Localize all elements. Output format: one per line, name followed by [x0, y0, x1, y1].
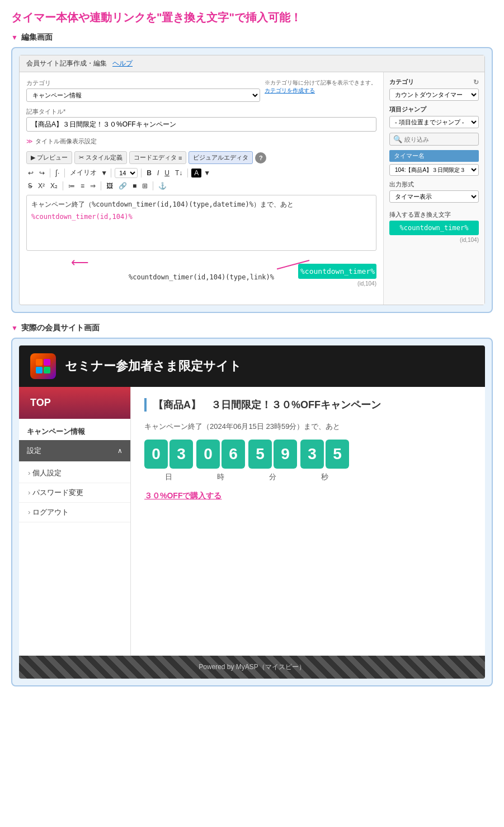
insert-label: 挿入する置き換え文字 — [389, 211, 479, 219]
redo-btn[interactable]: ↪ — [37, 169, 46, 177]
category-row: カテゴリ キャンペーン情報 ※カテゴリ毎に分けて記事を表示できます。 カテゴリを… — [26, 79, 376, 102]
category-select-wrap: カテゴリ キャンペーン情報 — [26, 79, 260, 102]
editor-content-area[interactable]: キャンペーン終了（%countdown_timer(id,104)(type,d… — [26, 195, 376, 251]
italic-btn[interactable]: I — [156, 169, 161, 177]
underline-btn[interactable]: U — [163, 169, 171, 177]
fmt-sep-6 — [63, 181, 63, 190]
top-btn[interactable]: TOP — [19, 387, 130, 419]
sidebar-jump-label: 項目ジャンプ — [389, 105, 479, 114]
nav-logout[interactable]: ログアウト — [19, 503, 130, 522]
color-btn[interactable]: A — [191, 169, 201, 177]
pink-arrow-icon: ⟵ — [71, 255, 89, 270]
image-btn[interactable]: 🖼 — [105, 181, 115, 190]
main-title: タイマー本体や連動リンクを"置き換え文字"で挿入可能！ — [11, 10, 493, 25]
footer-text: Powered by MyASP（マイスピー） — [199, 663, 305, 671]
fmt-sep-8 — [153, 181, 153, 190]
font-size-select[interactable]: 14 — [115, 168, 138, 178]
visual-editor-btn[interactable]: ビジュアルエディタ — [189, 151, 253, 164]
ol-btn[interactable]: ≡ — [79, 181, 86, 190]
nav-personal-settings[interactable]: 個人設定 — [19, 464, 130, 483]
insert-callout-btn[interactable]: %countdown_timer% — [298, 264, 376, 279]
typo-btn[interactable]: T↓ — [173, 169, 184, 177]
svg-rect-3 — [44, 367, 50, 373]
content-line-2: %countdown_timer(id,104)% — [31, 213, 371, 221]
media-btn[interactable]: ■ — [131, 181, 138, 190]
settings-nav[interactable]: 設定 ∧ — [19, 440, 130, 461]
article-title-display: 【商品A】 ３日間限定！３０%OFFキャンペーン — [144, 398, 472, 412]
days-digits: 0 3 — [144, 440, 193, 469]
indent-btn[interactable]: ⇒ — [88, 181, 97, 190]
strikethrough-btn[interactable]: S̶ — [26, 181, 34, 190]
ul-btn[interactable]: ≔ — [67, 181, 77, 190]
countdown-display: 0 3 日 0 6 時 — [144, 440, 472, 482]
fmt-sep-1 — [50, 169, 50, 177]
preview-btn[interactable]: ▶ プレビュー — [26, 151, 72, 164]
category-label: カテゴリ — [26, 79, 260, 87]
subscript-btn[interactable]: X₂ — [49, 181, 59, 190]
editor-header-title: 会員サイト記事作成・編集 — [26, 59, 107, 68]
editor-header-bar: 会員サイト記事作成・編集 ヘルプ — [20, 55, 484, 72]
editor-right-sidebar: カテゴリ ↻ カウントダウンタイマー 項目ジャンプ - 項目位置までジャンプ -… — [384, 72, 484, 305]
font-btn[interactable]: メイリオ — [68, 167, 98, 178]
category-hint: ※カテゴリ毎に分けて記事を表示できます。 カテゴリを作成する — [265, 79, 376, 95]
nav-password-change[interactable]: パスワード変更 — [19, 483, 130, 503]
special-char-btn[interactable]: ʃ· — [54, 169, 61, 177]
sidebar-jump-select[interactable]: - 項目位置までジャンプ - — [389, 116, 479, 128]
timer-select[interactable]: 104:【商品A】３日間限定３０%（ — [389, 164, 479, 176]
actual-site-panel: セミナー参加者さま限定サイト TOP キャンペーン情報 設定 ∧ 個人設定 パス… — [11, 338, 493, 686]
actual-site-section-header: ▼ 実際の会員サイト画面 — [11, 323, 493, 333]
countdown-unit-minutes: 5 9 分 — [248, 440, 297, 482]
seconds-digits: 3 5 — [300, 440, 349, 469]
editor-content-wrapper: キャンペーン終了（%countdown_timer(id,104)(type,d… — [26, 195, 376, 298]
hours-digits: 0 6 — [196, 440, 245, 469]
editor-inner: 会員サイト記事作成・編集 ヘルプ カテゴリ キャンペーン情報 ※カテゴリ毎に分け… — [19, 55, 485, 305]
editor-section-header: ▼ 編集画面 — [11, 32, 493, 43]
anchor-btn[interactable]: ⚓ — [157, 181, 168, 190]
site-nav: TOP キャンペーン情報 設定 ∧ 個人設定 パスワード変更 ログアウト — [19, 387, 131, 656]
seconds-digit-1: 3 — [300, 440, 324, 469]
insert-btn[interactable]: %countdown_timer% — [389, 221, 479, 235]
sidebar-category-select[interactable]: カウントダウンタイマー — [389, 88, 479, 101]
undo-btn[interactable]: ↩ — [26, 169, 35, 177]
settings-label: 設定 — [27, 446, 41, 456]
actual-site-label: 実際の会員サイト画面 — [21, 323, 100, 333]
site-body: TOP キャンペーン情報 設定 ∧ 個人設定 パスワード変更 ログアウト 【商品… — [19, 387, 485, 656]
content-code-2: %countdown_timer(id,104)% — [31, 213, 133, 221]
bold-btn[interactable]: B — [145, 169, 153, 177]
category-create-link[interactable]: カテゴリを作成する — [265, 87, 315, 94]
style-btn[interactable]: ✂ スタイル定義 — [74, 151, 127, 164]
help-icon[interactable]: ? — [255, 152, 266, 163]
days-digit-2: 3 — [169, 440, 193, 469]
output-format-select[interactable]: タイマー表示 — [389, 190, 479, 203]
insert-id-note-callout: (id,104) — [298, 281, 376, 287]
fmt-sep-5 — [187, 169, 188, 177]
svg-rect-1 — [44, 359, 50, 366]
toolbar-row: ▶ プレビュー ✂ スタイル定義 コードエディタ ≡ ビジュアルエディタ ? — [26, 151, 376, 164]
content-line-1: キャンペーン終了（%countdown_timer(id,104)(type,d… — [31, 200, 371, 209]
help-link[interactable]: ヘルプ — [112, 59, 133, 68]
title-image-row[interactable]: ≫ タイトル画像表示設定 — [26, 137, 376, 146]
site-logo — [30, 353, 56, 379]
sidebar-search[interactable]: 🔍 — [389, 133, 479, 146]
minutes-digits: 5 9 — [248, 440, 297, 469]
search-input[interactable] — [404, 136, 482, 143]
fmt-sep-4 — [141, 169, 142, 177]
article-title-input[interactable] — [26, 117, 376, 132]
countdown-unit-hours: 0 6 時 — [196, 440, 245, 482]
site-header: セミナー参加者さま限定サイト — [19, 345, 485, 387]
purchase-link[interactable]: ３０%OFFで購入する — [144, 491, 472, 501]
svg-rect-0 — [36, 359, 43, 366]
svg-rect-2 — [36, 367, 43, 373]
code-editor-btn[interactable]: コードエディタ ≡ — [129, 151, 186, 164]
category-select[interactable]: キャンペーン情報 — [26, 88, 260, 102]
refresh-icon[interactable]: ↻ — [473, 78, 479, 86]
countdown-label: キャンペーン終了（2024年06月15日 23時59分）まで、あと — [144, 422, 472, 432]
days-digit-1: 0 — [144, 440, 168, 469]
insert-id-note: (id,104) — [389, 237, 479, 243]
search-icon: 🔍 — [393, 135, 402, 143]
superscript-btn[interactable]: X² — [36, 181, 46, 190]
chevron-up-icon: ∧ — [117, 447, 123, 455]
table-btn[interactable]: ⊞ — [140, 181, 149, 190]
timer-list-header: タイマー名 — [389, 150, 479, 162]
link-btn[interactable]: 🔗 — [117, 181, 129, 190]
